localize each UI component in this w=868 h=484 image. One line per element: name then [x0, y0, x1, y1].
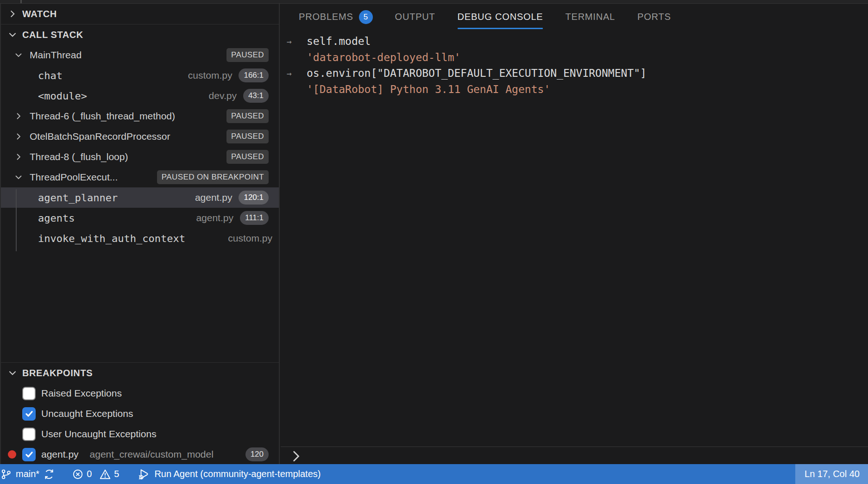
frame-file: dev.py [209, 90, 237, 101]
branch-status-item[interactable]: main* [0, 464, 39, 484]
breakpoint-label: User Uncaught Exceptions [41, 428, 157, 440]
breakpoint-agent-py[interactable]: agent.py agent_crewai/custom_model 120 [1, 444, 279, 465]
console-input-arrow-icon: → [281, 68, 307, 78]
breakpoint-dot-icon [7, 450, 17, 459]
git-branch-icon [0, 468, 12, 480]
error-count: 0 [87, 469, 92, 479]
callstack-frame-agent-planner[interactable]: agent_planner agent.py 120:1 [1, 187, 279, 208]
scrollbar-remnant [20, 0, 22, 3]
panel-resize-sash[interactable] [0, 0, 868, 4]
breakpoint-raised-exceptions[interactable]: Raised Exceptions [1, 383, 279, 403]
breakpoint-label: agent.py [41, 449, 79, 460]
thread-status-badge: PAUSED [226, 150, 269, 164]
tab-label: TERMINAL [565, 12, 615, 22]
chevron-down-icon[interactable] [14, 50, 23, 60]
cursor-position-status-item[interactable]: Ln 17, Col 40 [795, 464, 868, 484]
frame-name: chat [38, 70, 63, 81]
tab-label: OUTPUT [395, 12, 435, 22]
console-text: '[DataRobot] Python 3.11 GenAI Agents' [307, 83, 550, 95]
breakpoint-label: Uncaught Exceptions [41, 408, 133, 419]
sync-icon [43, 468, 55, 480]
callstack-thread-mainthread[interactable]: MainThread PAUSED [1, 45, 279, 65]
chevron-right-icon [7, 9, 18, 19]
frame-line-badge: 111:1 [240, 211, 269, 225]
frame-file: custom.py [188, 70, 233, 81]
thread-name: Thread-6 (_flush_thread_method) [30, 111, 175, 122]
checkbox-checked[interactable] [22, 407, 36, 421]
breakpoints-section-header[interactable]: BREAKPOINTS [1, 362, 279, 383]
checkbox-unchecked[interactable] [22, 387, 36, 400]
breakpoint-path: agent_crewai/custom_model [90, 449, 214, 460]
callstack-thread-thread6[interactable]: Thread-6 (_flush_thread_method) PAUSED [1, 106, 279, 126]
panel-tabbar: PROBLEMS 5 OUTPUT DEBUG CONSOLE TERMINAL… [281, 4, 868, 30]
status-bar: main* 0 5 [0, 464, 868, 484]
thread-status-badge: PAUSED [226, 48, 269, 62]
tab-ports[interactable]: PORTS [637, 4, 671, 30]
tab-problems[interactable]: PROBLEMS 5 [299, 4, 373, 30]
cursor-position: Ln 17, Col 40 [805, 469, 860, 479]
breakpoint-label: Raised Exceptions [41, 388, 122, 399]
checkbox-checked[interactable] [22, 448, 36, 461]
console-line: 'datarobot-deployed-llm' [281, 50, 868, 66]
watch-section-header[interactable]: WATCH [1, 4, 279, 25]
error-icon [72, 468, 84, 480]
frame-name: <module> [38, 90, 87, 102]
call-stack-section-label: CALL STACK [22, 30, 83, 40]
callstack-frame-module[interactable]: <module> dev.py 43:1 [1, 86, 279, 106]
problems-count-badge: 5 [359, 10, 373, 24]
call-stack-section-header[interactable]: CALL STACK [1, 25, 279, 45]
thread-status-badge: PAUSED ON BREAKPOINT [157, 170, 269, 184]
tab-debug-console[interactable]: DEBUG CONSOLE [458, 4, 543, 30]
console-input-arrow-icon: → [281, 37, 307, 46]
callstack-frame-chat[interactable]: chat custom.py 166:1 [1, 65, 279, 86]
console-line: '[DataRobot] Python 3.11 GenAI Agents' [281, 81, 868, 98]
chevron-right-icon[interactable] [14, 132, 23, 141]
chevron-right-icon[interactable] [14, 152, 23, 161]
frame-line-badge: 43:1 [243, 89, 269, 103]
frame-line-badge: 166:1 [239, 68, 269, 82]
checkbox-unchecked[interactable] [22, 428, 36, 441]
sync-status-item[interactable] [40, 464, 58, 484]
thread-status-badge: PAUSED [226, 130, 269, 143]
breakpoint-line-badge: 120 [245, 447, 269, 461]
debug-run-icon [138, 468, 151, 481]
console-text: 'datarobot-deployed-llm' [307, 51, 460, 63]
thread-status-badge: PAUSED [226, 109, 269, 123]
frame-file: agent.py [195, 192, 233, 203]
breakpoint-user-uncaught-exceptions[interactable]: User Uncaught Exceptions [1, 424, 279, 444]
console-text: self.model [307, 35, 371, 47]
callstack-thread-otel[interactable]: OtelBatchSpanRecordProcessor PAUSED [1, 126, 279, 147]
watch-section-label: WATCH [22, 9, 57, 19]
run-agent-status-item[interactable]: Run Agent (community-agent-templates) [135, 464, 323, 484]
callstack-frame-agents[interactable]: agents agent.py 111:1 [1, 208, 279, 228]
tab-terminal[interactable]: TERMINAL [565, 4, 615, 30]
thread-name: ThreadPoolExecut... [30, 172, 118, 183]
tab-label: PROBLEMS [299, 12, 353, 22]
frame-name: agents [38, 212, 75, 224]
run-agent-label: Run Agent (community-agent-templates) [154, 469, 321, 479]
breakpoint-uncaught-exceptions[interactable]: Uncaught Exceptions [1, 403, 279, 424]
callstack-thread-thread8[interactable]: Thread-8 (_flush_loop) PAUSED [1, 147, 279, 167]
tree-indent-guide [16, 189, 17, 251]
tab-output[interactable]: OUTPUT [395, 4, 435, 30]
prompt-chevron-icon [290, 450, 302, 462]
console-text: os.environ["DATAROBOT_DEFAULT_EXECUTION_… [307, 67, 647, 79]
chevron-down-icon [7, 30, 18, 40]
branch-name: main* [16, 469, 39, 479]
callstack-thread-threadpool[interactable]: ThreadPoolExecut... PAUSED ON BREAKPOINT [1, 167, 279, 187]
chevron-right-icon[interactable] [14, 112, 23, 121]
callstack-frame-invoke[interactable]: invoke_with_auth_context custom.py [1, 228, 279, 248]
chevron-down-icon[interactable] [14, 173, 23, 182]
thread-name: OtelBatchSpanRecordProcessor [30, 131, 170, 142]
problems-status-item[interactable]: 0 5 [69, 464, 122, 484]
bottom-panel: PROBLEMS 5 OUTPUT DEBUG CONSOLE TERMINAL… [281, 4, 868, 464]
debug-console-output[interactable]: → self.model 'datarobot-deployed-llm' → … [281, 30, 868, 447]
tab-label: DEBUG CONSOLE [458, 12, 543, 22]
thread-name: MainThread [30, 50, 82, 61]
tab-label: PORTS [637, 12, 671, 22]
thread-name: Thread-8 (_flush_loop) [30, 151, 128, 162]
chevron-down-icon [7, 368, 18, 378]
warning-icon [99, 468, 111, 480]
frame-name: agent_planner [38, 192, 118, 204]
debug-console-input[interactable] [281, 447, 868, 464]
